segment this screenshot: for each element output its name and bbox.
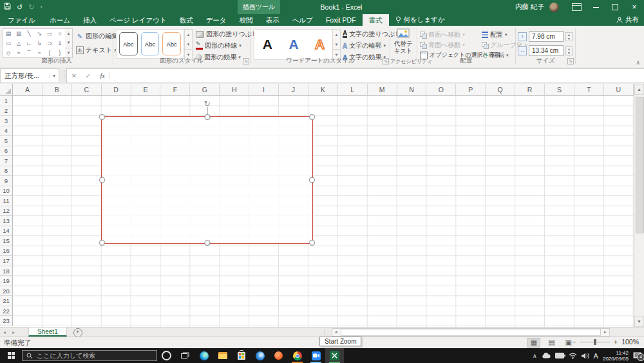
resize-handle-bottom-center[interactable] [204, 240, 210, 246]
tab-5[interactable]: 校閲 [233, 14, 260, 26]
tab-file[interactable]: ファイル [0, 14, 43, 26]
tab-scrollbar-divider[interactable]: ⋮ [322, 329, 328, 335]
sheet-nav-right-icon[interactable]: ▸ [9, 328, 18, 337]
shape-style-preset-3[interactable]: Abc [162, 32, 181, 55]
column-header-Q[interactable]: Q [486, 84, 515, 96]
normal-view-icon[interactable]: ▦ [527, 338, 540, 348]
elbow-arrow-connector-icon[interactable]: ↳ [37, 40, 41, 46]
ime-mode-indicator[interactable]: A [594, 352, 598, 360]
bring-forward-button[interactable]: 前面へ移動▾ [420, 30, 465, 39]
column-header-B[interactable]: B [43, 84, 72, 96]
tab-8[interactable]: Foxit PDF [319, 14, 363, 26]
row-header-3[interactable]: 3 [0, 116, 13, 126]
row-header-21[interactable]: 21 [0, 296, 13, 306]
page-layout-view-icon[interactable]: ▤ [545, 338, 557, 348]
save-icon[interactable] [4, 0, 11, 14]
vertical-scrollbar[interactable]: ▲ ▼ [634, 84, 644, 327]
column-header-P[interactable]: P [456, 84, 486, 96]
column-header-U[interactable]: U [604, 84, 634, 96]
align-button[interactable]: 配置▾ [482, 30, 507, 39]
column-header-R[interactable]: R [515, 84, 545, 96]
horizontal-scrollbar[interactable]: ◂ ▸ [332, 328, 610, 337]
down-arrow-icon[interactable]: ⇓ [57, 40, 62, 46]
file-explorer-button[interactable] [213, 348, 232, 363]
vertical-scrollbar-thumb[interactable] [636, 97, 644, 233]
row-header-6[interactable]: 6 [0, 146, 13, 157]
wordart-preset-1[interactable]: A [263, 37, 272, 52]
height-spinner[interactable]: ▲▼ [565, 32, 573, 41]
dialog-launcher-icon[interactable]: ⇘ [383, 58, 389, 64]
row-header-17[interactable]: 17 [0, 256, 13, 266]
width-spinner[interactable]: ▲▼ [565, 46, 573, 55]
column-header-T[interactable]: T [574, 84, 604, 96]
column-header-K[interactable]: K [308, 84, 338, 96]
freeform-icon[interactable]: ◇ [6, 50, 11, 56]
resize-handle-bottom-right[interactable] [309, 240, 315, 246]
column-header-F[interactable]: F [160, 84, 190, 96]
restore-button[interactable] [605, 0, 625, 14]
action-center-button[interactable]: 4 [633, 352, 641, 359]
taskbar-search-input[interactable]: ここに入力して検索 [22, 350, 157, 361]
edge-button[interactable] [194, 348, 213, 363]
column-header-L[interactable]: L [338, 84, 368, 96]
right-brace-icon[interactable]: } [59, 50, 61, 56]
sheet-tab-sheet1[interactable]: Sheet1 [28, 328, 67, 337]
tab-2[interactable]: ページ レイアウト [103, 14, 173, 26]
sheet-nav-left-icon[interactable]: ◂ [0, 328, 9, 337]
selected-rectangle-shape[interactable]: ↻ [101, 116, 313, 244]
send-backward-button[interactable]: 背面へ移動▾ [420, 41, 465, 50]
shape-gallery[interactable]: ▤▥╲↘▭○▭△∟↳⇒⇓◇≈⌒~{} [3, 28, 66, 58]
minimize-button[interactable] [586, 0, 605, 14]
close-button[interactable]: × [625, 0, 644, 14]
column-header-E[interactable]: E [131, 84, 161, 96]
left-brace-icon[interactable]: { [49, 50, 51, 56]
column-header-I[interactable]: I [249, 84, 279, 96]
dialog-launcher-icon[interactable]: ⇘ [243, 58, 249, 64]
column-header-H[interactable]: H [220, 84, 249, 96]
tab-3[interactable]: 数式 [173, 14, 200, 26]
scroll-right-icon[interactable]: ▸ [601, 329, 609, 335]
wordart-gallery-scroll[interactable]: ▲▼▼ [332, 29, 341, 60]
row-header-5[interactable]: 5 [0, 136, 13, 146]
resize-handle-top-left[interactable] [99, 114, 105, 120]
edge-legacy-button[interactable] [251, 348, 269, 363]
row-header-1[interactable]: 1 [0, 96, 13, 106]
cell-grid[interactable]: ↻ [13, 96, 634, 327]
row-header-23[interactable]: 23 [0, 316, 13, 326]
rounded-rectangle-icon[interactable]: ▭ [6, 40, 11, 46]
collapse-ribbon-icon[interactable]: ∧ [636, 59, 640, 66]
line-arrow-icon[interactable]: ↘ [37, 30, 41, 37]
zoom-out-icon[interactable]: − [572, 338, 576, 346]
right-arrow-icon[interactable]: ⇒ [47, 40, 52, 46]
row-header-19[interactable]: 19 [0, 276, 13, 286]
row-header-7[interactable]: 7 [0, 156, 13, 166]
line-icon[interactable]: ╲ [27, 30, 30, 37]
row-header-11[interactable]: 11 [0, 196, 13, 206]
resize-handle-middle-left[interactable] [99, 177, 105, 183]
scroll-down-icon[interactable]: ▼ [634, 316, 644, 327]
shape-width-input[interactable]: 13.34 cm [529, 45, 564, 56]
row-header-10[interactable]: 10 [0, 186, 13, 197]
horizontal-scrollbar-thumb[interactable] [341, 329, 601, 336]
foxit-reader-button[interactable] [269, 348, 288, 363]
arc-icon[interactable]: ⌒ [26, 50, 32, 56]
column-header-O[interactable]: O [426, 84, 456, 96]
row-header-4[interactable]: 4 [0, 126, 13, 137]
row-header-13[interactable]: 13 [0, 216, 13, 226]
scribble-icon[interactable]: ≈ [17, 50, 21, 56]
volume-icon[interactable] [582, 353, 589, 359]
enter-icon[interactable]: ✓ [81, 72, 95, 79]
shape-style-preset-1[interactable]: Abc [119, 32, 138, 55]
wordart-preset-2[interactable]: A [289, 37, 298, 52]
row-header-22[interactable]: 22 [0, 306, 13, 317]
wordart-gallery[interactable]: A A A [254, 29, 334, 60]
elbow-connector-icon[interactable]: ∟ [26, 40, 32, 46]
name-box-dropdown-icon[interactable]: ▼ [49, 74, 59, 78]
ribbon-display-options-icon[interactable] [567, 0, 586, 14]
tab-4[interactable]: データ [200, 14, 233, 26]
customize-qat-icon[interactable]: ▾ [40, 0, 43, 14]
column-header-G[interactable]: G [190, 84, 220, 96]
resize-handle-top-center[interactable] [204, 114, 210, 120]
cancel-icon[interactable]: ✕ [67, 72, 81, 79]
row-header-2[interactable]: 2 [0, 106, 13, 117]
